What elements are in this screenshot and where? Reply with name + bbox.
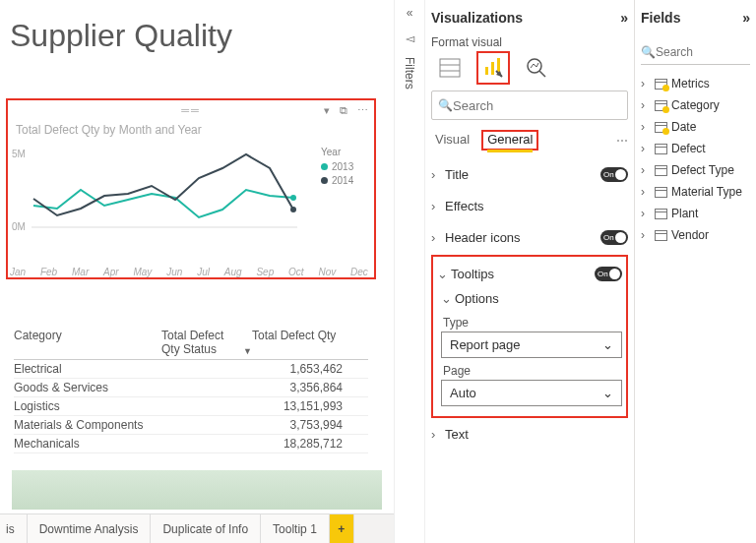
section-header-icons[interactable]: ›Header iconsOn [431,221,628,253]
section-text[interactable]: ›Text [431,418,628,450]
tab-general[interactable]: General [487,132,533,152]
chart-plot-area: 5M 0M [14,145,317,267]
chevron-down-icon: ⌄ [602,337,613,352]
chevron-right-icon: › [641,120,651,134]
page-tab[interactable]: Duplicate of Info [151,514,261,543]
chevron-right-icon: › [641,228,651,242]
svg-rect-6 [485,67,488,75]
field-table[interactable]: ›Vendor [641,224,750,246]
chevron-right-icon: › [641,142,651,155]
fields-title: Fields [641,10,680,26]
search-icon: 🔍 [641,45,656,59]
col-category[interactable]: Category [14,329,161,356]
page-tab[interactable]: is [0,514,28,543]
table-icon [655,187,667,198]
analytics-icon[interactable] [524,55,549,81]
chevron-right-icon: › [431,230,445,245]
tooltip-type-dropdown[interactable]: Report page⌄ [441,332,622,358]
chevron-right-icon: › [431,199,445,213]
section-title[interactable]: ›TitleOn [431,158,628,190]
field-table[interactable]: ›Plant [641,203,750,224]
svg-rect-7 [491,62,494,75]
chart-svg [14,145,299,243]
visualizations-pane: Visualizations » Format visual 🔍 Visual … [425,0,635,543]
svg-point-9 [528,59,541,73]
table-row: Mechanicals18,285,712 [14,435,368,453]
chart-legend: Year 2013 2014 [317,139,374,267]
chart-title: Total Defect Qty by Month and Year [8,121,374,139]
format-search-input[interactable] [453,98,621,113]
table-row: Materials & Components3,753,994 [14,416,368,435]
build-visual-icon[interactable] [437,55,463,81]
focus-mode-icon[interactable]: ⧉ [340,104,347,117]
format-search[interactable]: 🔍 [431,90,628,120]
fields-search-input[interactable] [656,45,756,59]
format-visual-icon[interactable] [480,55,506,81]
chevron-down-icon: ⌄ [437,267,451,281]
field-table[interactable]: ›Material Type [641,181,750,203]
toggle-on[interactable]: On [600,167,628,182]
table-icon [655,209,667,219]
field-table[interactable]: ›Defect [641,138,750,159]
section-tooltips[interactable]: ⌄TooltipsOn [437,261,622,286]
fields-search[interactable]: 🔍 [641,39,750,65]
page-tabs: is Downtime Analysis Duplicate of Info T… [0,513,394,543]
sort-desc-icon[interactable]: ▼ [243,346,252,356]
svg-point-1 [290,195,296,201]
table-icon [655,122,667,133]
collapse-icon[interactable]: » [620,10,628,26]
collapse-icon[interactable]: » [742,10,750,26]
line-chart-visual[interactable]: ══ ▾ ⧉ ⋯ Total Defect Qty by Month and Y… [6,98,376,279]
legend-swatch [321,177,328,184]
toggle-on[interactable]: On [600,230,628,245]
field-table[interactable]: ›Category [641,94,750,116]
table-icon [655,165,667,176]
filters-label: Filters [403,57,416,90]
legend-title: Year [321,147,374,157]
table-icon [655,230,667,241]
page-tab[interactable]: Downtime Analysis [28,514,152,543]
table-row: Goods & Services3,356,864 [14,379,368,397]
section-effects[interactable]: ›Effects [431,190,628,221]
legend-label: 2014 [332,175,353,186]
toggle-on[interactable]: On [595,267,622,281]
y-tick: 5M [12,149,26,159]
chevron-right-icon: › [641,77,651,90]
page-title: Supplier Quality [0,0,394,54]
filters-icon[interactable]: ◅ [406,31,414,45]
chevron-right-icon: › [641,185,651,199]
filters-pane-collapsed[interactable]: « ◅ Filters [394,0,425,543]
category-table[interactable]: Category Total Defect Qty Status▼ Total … [14,329,368,453]
field-table[interactable]: ›Date [641,116,750,138]
tab-visual[interactable]: Visual [435,132,470,150]
table-icon [655,100,667,111]
expand-icon[interactable]: « [407,6,413,20]
chevron-right-icon: › [431,167,445,182]
x-axis-labels: JanFebMarAprMayJunJulAugSepOctNovDec [8,267,374,281]
add-page-button[interactable]: + [330,514,354,543]
table-row: Logistics13,151,993 [14,397,368,416]
drag-handle-icon[interactable]: ══ [181,104,201,116]
col-status[interactable]: Total Defect Qty Status▼ [161,329,252,356]
chevron-right-icon: › [641,163,651,177]
col-qty[interactable]: Total Defect Qty [252,329,368,356]
svg-point-2 [290,207,296,212]
map-visual[interactable] [12,470,382,510]
y-tick: 0M [12,221,26,232]
legend-label: 2013 [332,161,353,172]
field-table[interactable]: ›Defect Type [641,159,750,181]
format-visual-label: Format visual [431,35,628,49]
type-label: Type [443,316,622,330]
field-table[interactable]: ›Metrics [641,73,750,94]
svg-rect-3 [440,59,460,77]
section-options[interactable]: ⌄Options [441,286,622,310]
chevron-down-icon: ⌄ [441,291,455,306]
tooltip-page-dropdown[interactable]: Auto⌄ [441,380,622,406]
table-row: Electrical1,653,462 [14,360,368,379]
filter-icon[interactable]: ▾ [324,104,330,117]
more-options-icon[interactable]: ⋯ [357,104,368,117]
chevron-right-icon: › [641,98,651,112]
more-icon[interactable]: ⋯ [616,134,628,148]
section-tooltips-expanded: ⌄TooltipsOn ⌄Options Type Report page⌄ P… [431,255,628,418]
page-tab[interactable]: Tooltip 1 [261,514,330,543]
